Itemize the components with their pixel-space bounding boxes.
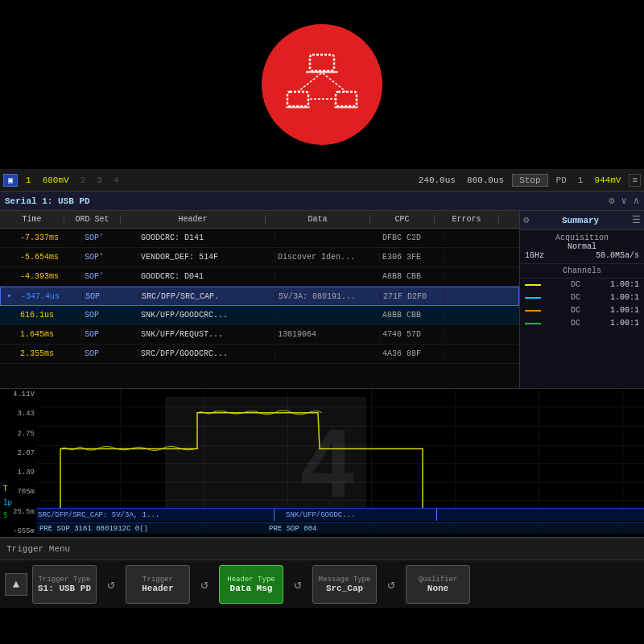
hero-circle <box>262 24 382 145</box>
col-time: Time <box>0 215 64 224</box>
table-row[interactable]: -7.337msSOP'GOODCRC: D141DFBC C2D <box>0 229 519 248</box>
y-label-7: -655m <box>0 527 36 535</box>
row-header: GOODCRC: D041 <box>138 272 275 281</box>
row-time: 616.1us <box>18 311 82 320</box>
pd-label: PD <box>553 174 570 187</box>
toolbar-undo-3[interactable]: ↺ <box>382 565 401 604</box>
toolbar-item-bottom-0: S1: USB PD <box>38 584 91 593</box>
row-time: 2.355ms <box>18 349 82 358</box>
channel1-indicator[interactable]: ▣ <box>3 174 18 187</box>
channel-label-2: DC <box>571 306 580 315</box>
col-data: Data <box>266 215 370 224</box>
channel1-number: 1 <box>23 174 35 187</box>
decode-hex-bar: PRE SOP 3161 0801912C 0() PRE SOP 004 <box>36 522 644 534</box>
sidebar-list-icon[interactable]: ☰ <box>632 214 641 226</box>
serial-title: Serial 1: USB PD <box>5 196 90 206</box>
toolbar-undo-1[interactable]: ↺ <box>195 565 214 604</box>
channel-row: DC 1.00:1 <box>520 279 644 291</box>
sample-size: 50.0MSa/s <box>596 251 639 260</box>
table-row[interactable]: 616.1usSOPSNK/UFP/GOODCRC...A8BB CBB <box>0 306 519 325</box>
row-crc: DFBC C2D <box>380 233 444 242</box>
toolbar-item-bottom-4: None <box>427 584 448 593</box>
channel-ratio-3: 1.00:1 <box>610 319 639 328</box>
trigger-1p-marker: 1p <box>3 498 12 506</box>
channel-label-3: DC <box>571 319 580 328</box>
row-ord: SOP <box>82 311 138 320</box>
table-row[interactable]: -5.654msSOP'VENDOR_DEF: 514FDiscover Ide… <box>0 248 519 267</box>
expand-up-icon[interactable]: ∧ <box>634 195 639 207</box>
table-row[interactable]: -4.393msSOP'GOODCRC: D041A8BB CBB <box>0 267 519 287</box>
row-crc: A8BB CBB <box>380 311 444 320</box>
toolbar-item-bottom-3: Src_Cap <box>326 584 363 593</box>
waveform-area: 4 4.11V3.432.752.071.39705m25.5m-655m SR… <box>0 388 644 537</box>
acquisition-value: Normal <box>525 242 639 251</box>
sample-rate: 1GHz <box>525 251 544 260</box>
trigger-menu-label: Trigger Menu <box>6 544 70 554</box>
toolbar-item-3[interactable]: Message TypeSrc_Cap <box>312 565 377 604</box>
channel3-number: 3 <box>93 174 105 187</box>
channel1-volt: 680mV <box>39 174 72 187</box>
sidebar-gear-icon[interactable]: ⚙ <box>523 214 529 226</box>
row-ord: SOP <box>83 292 139 301</box>
toolbar-item-1[interactable]: TriggerHeader <box>126 565 190 604</box>
trigger-menu: Trigger Menu <box>0 537 644 559</box>
main-content: Time ORD Set Header Data CPC Errors -7.3… <box>0 211 644 388</box>
sidebar-header: ⚙ Summary ☰ <box>520 211 644 230</box>
nav-up-button[interactable]: ▲ <box>5 573 27 596</box>
toolbar-undo-2[interactable]: ↺ <box>288 565 308 604</box>
col-crc: CPC <box>370 215 435 224</box>
y-label-1: 3.43 <box>0 410 36 418</box>
channel-color-1 <box>525 297 541 299</box>
toolbar-item-top-2: Header Type <box>227 576 275 584</box>
toolbar-item-4[interactable]: QualifierNone <box>406 565 470 604</box>
row-time: -7.337ms <box>18 233 82 242</box>
settings-icon[interactable]: ⚙ <box>609 195 614 207</box>
channel4-number: 4 <box>110 174 122 187</box>
expand-down-icon[interactable]: ∨ <box>621 195 627 207</box>
pd-volt: 944mV <box>591 174 624 187</box>
toolbar-item-bottom-2: Data Msg <box>230 584 273 593</box>
toolbar-item-top-3: Message Type <box>319 576 371 584</box>
channel2-number: 2 <box>77 174 89 187</box>
row-crc: A8BB CBB <box>380 272 444 281</box>
row-ord: SOP' <box>82 233 138 242</box>
menu-icon[interactable]: ≡ <box>629 174 641 187</box>
hero-area <box>0 0 644 169</box>
toolbar-item-top-1: Trigger <box>142 576 173 584</box>
toolbar-undo-0[interactable]: ↺ <box>101 565 121 604</box>
toolbar-item-top-0: Trigger Type <box>39 576 91 584</box>
svg-rect-4 <box>336 92 357 106</box>
svg-rect-9 <box>165 397 366 521</box>
row-arrow: ➤ <box>1 291 19 301</box>
row-time: -5.654ms <box>18 253 82 262</box>
toolbar-item-2[interactable]: Header TypeData Msg <box>219 565 283 604</box>
row-crc: E306 3FE <box>380 253 444 262</box>
timebase1: 240.0us <box>415 174 459 187</box>
decode-bar: SRC/DFP/SRC_CAP: 5V/3A, 1... SNK/UFP/GOO… <box>36 508 644 521</box>
row-crc: 4A36 88F <box>380 349 444 358</box>
channel-list: DC 1.00:1 DC 1.00:1 DC 1.00:1 DC 1.00:1 <box>520 279 644 330</box>
table-row[interactable]: 1.645msSOPSNK/UFP/REQUST...130190644740 … <box>0 325 519 345</box>
acquisition-label: Acquisition <box>525 233 639 242</box>
svg-rect-5 <box>334 106 358 109</box>
col-errors: Errors <box>435 215 499 224</box>
channel-color-0 <box>525 284 541 286</box>
top-bar: ▣ 1 680mV 2 3 4 240.0us 860.0us Stop PD … <box>0 169 644 192</box>
channel-ratio-2: 1.00:1 <box>610 306 639 315</box>
sidebar: ⚙ Summary ☰ Acquisition Normal 1GHz 50.0… <box>519 211 644 388</box>
toolbar-item-0[interactable]: Trigger TypeS1: USB PD <box>32 565 97 604</box>
network-topology-icon <box>286 52 358 118</box>
channel-row: DC 1.00:1 <box>520 304 644 317</box>
row-ord: SOP' <box>82 272 138 281</box>
y-label-3: 2.07 <box>0 449 36 457</box>
row-ord: SOP' <box>82 253 138 262</box>
channel-color-3 <box>525 323 541 324</box>
y-label-4: 1.39 <box>0 469 36 477</box>
trigger-t-marker: T <box>3 485 7 493</box>
decode-table: Time ORD Set Header Data CPC Errors -7.3… <box>0 211 519 388</box>
stop-button[interactable]: Stop <box>512 174 547 187</box>
table-row[interactable]: ➤-347.4usSOPSRC/DFP/SRC_CAP.5V/3A: 08019… <box>0 287 519 306</box>
row-crc: 271F D2F0 <box>381 292 445 301</box>
row-time: 1.645ms <box>18 330 82 339</box>
table-row[interactable]: 2.355msSOPSRC/DFP/GOODCRC...4A36 88F <box>0 345 519 364</box>
